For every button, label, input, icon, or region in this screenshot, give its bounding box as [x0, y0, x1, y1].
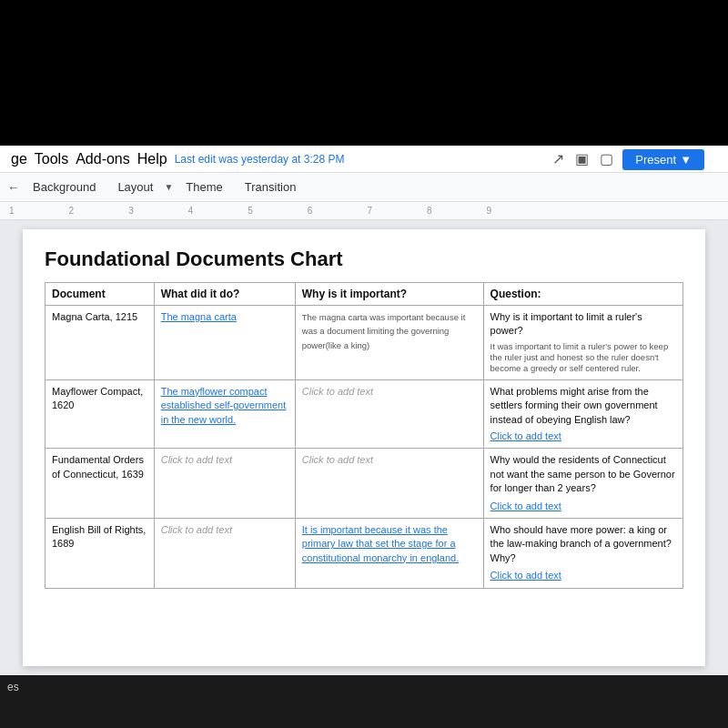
- question-magna-carta: Why is it important to limit a ruler's p…: [483, 306, 682, 380]
- layout-button[interactable]: Layout: [108, 177, 162, 197]
- layout-chevron-icon: ▼: [164, 182, 173, 192]
- table-row: Magna Carta, 1215 The magna carta The ma…: [46, 306, 683, 380]
- col-header-document: Document: [46, 283, 155, 306]
- menu-item-addons[interactable]: Add-ons: [72, 149, 134, 169]
- slide-canvas: Foundational Documents Chart Document Wh…: [23, 229, 705, 666]
- doc-name-magna-carta: Magna Carta, 1215: [46, 306, 155, 380]
- doc-name-connecticut: Fundamental Orders of Connecticut, 1639: [46, 449, 155, 519]
- why-connecticut[interactable]: Click to add text: [295, 449, 483, 519]
- last-edit-link[interactable]: Last edit was yesterday at 3:28 PM: [175, 153, 345, 166]
- back-arrow-icon[interactable]: ←: [7, 180, 20, 195]
- menu-item-tools[interactable]: Tools: [31, 149, 72, 169]
- doc-name-mayflower: Mayflower Compact, 1620: [46, 379, 155, 449]
- bottom-label: es: [0, 681, 19, 693]
- toolbar: ← Background Layout ▼ Theme Transition: [0, 173, 728, 202]
- slide-title: Foundational Documents Chart: [45, 248, 683, 271]
- why-magna-carta: The magna carta was important because it…: [295, 306, 483, 380]
- ruler: 1 2 3 4 5 6 7 8 9: [0, 202, 728, 220]
- menu-bar: ge Tools Add-ons Help Last edit was yest…: [0, 146, 728, 173]
- top-right-icons: ↗ ▣ ▢ Present ▼: [551, 147, 721, 170]
- layout-dropdown[interactable]: Layout ▼: [108, 177, 173, 197]
- what-bill-of-rights[interactable]: Click to add text: [154, 518, 295, 588]
- chevron-down-icon: ▼: [680, 153, 692, 167]
- trending-icon[interactable]: ↗: [551, 148, 566, 169]
- present-button[interactable]: Present ▼: [622, 149, 704, 170]
- what-connecticut[interactable]: Click to add text: [154, 449, 295, 519]
- why-bill-of-rights: It is important because it was the prima…: [295, 518, 483, 588]
- col-header-why: Why is it important?: [295, 283, 483, 306]
- menu-item-ge[interactable]: ge: [7, 149, 31, 169]
- why-mayflower[interactable]: Click to add text: [295, 379, 483, 449]
- foundational-documents-table: Document What did it do? Why is it impor…: [45, 282, 683, 589]
- table-row: Fundamental Orders of Connecticut, 1639 …: [46, 449, 683, 519]
- menu-item-help[interactable]: Help: [134, 149, 171, 169]
- table-row: English Bill of Rights, 1689 Click to ad…: [46, 518, 683, 588]
- background-button[interactable]: Background: [24, 177, 105, 197]
- col-header-what: What did it do?: [154, 283, 295, 306]
- transition-button[interactable]: Transition: [236, 177, 306, 197]
- slide-area: Foundational Documents Chart Document Wh…: [0, 220, 728, 675]
- top-black-bar: [0, 0, 728, 146]
- what-magna-carta[interactable]: The magna carta: [154, 306, 295, 380]
- bottom-bar: es: [0, 675, 728, 728]
- table-row: Mayflower Compact, 1620 The mayflower co…: [46, 379, 683, 449]
- question-connecticut: Why would the residents of Connecticut n…: [483, 449, 682, 519]
- question-bill-of-rights: Who should have more power: a king or th…: [483, 518, 682, 588]
- present-icon-box[interactable]: ▢: [598, 148, 615, 169]
- chat-icon[interactable]: ▣: [573, 148, 591, 169]
- theme-button[interactable]: Theme: [177, 177, 231, 197]
- what-mayflower[interactable]: The mayflower compact established self-g…: [154, 379, 295, 449]
- question-mayflower: What problems might arise from the settl…: [483, 379, 682, 449]
- doc-name-bill-of-rights: English Bill of Rights, 1689: [46, 518, 155, 588]
- col-header-question: Question:: [483, 283, 682, 306]
